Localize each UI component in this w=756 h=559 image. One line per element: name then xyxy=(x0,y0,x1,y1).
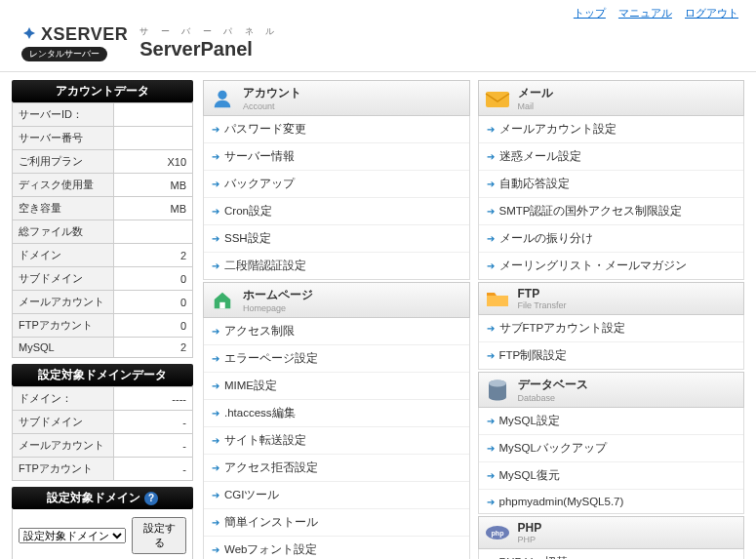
arrow-icon: ➔ xyxy=(212,353,219,364)
category-list-php: ➔PHP Ver.切替➔php.ini設定 xyxy=(478,549,745,559)
homepage-icon xyxy=(210,290,235,311)
menu-item-label: MySQLバックアップ xyxy=(499,441,607,456)
menu-item[interactable]: ➔Cron設定 xyxy=(204,198,469,225)
row-label: ご利用プラン xyxy=(13,150,114,174)
arrow-icon: ➔ xyxy=(487,151,495,162)
row-label: サーバーID： xyxy=(13,103,114,127)
domain-select[interactable]: 設定対象ドメイン未 xyxy=(19,528,126,543)
arrow-icon: ➔ xyxy=(487,260,495,271)
arrow-icon: ➔ xyxy=(212,124,219,135)
category-title-jp: データベース xyxy=(518,377,588,393)
main-column-left: アカウントAccount➔パスワード変更➔サーバー情報➔バックアップ➔Cron設… xyxy=(203,80,470,559)
sidebar: アカウントデータ サーバーID：サーバー番号ご利用プランX10ディスク使用量MB… xyxy=(12,80,193,559)
menu-item[interactable]: ➔MySQL復元 xyxy=(479,462,744,490)
menu-item[interactable]: ➔SSH設定 xyxy=(204,225,469,253)
menu-item[interactable]: ➔.htaccess編集 xyxy=(204,400,469,427)
category-list-ftp: ➔サブFTPアカウント設定➔FTP制限設定 xyxy=(478,315,745,370)
mail-icon xyxy=(485,88,510,109)
row-label: サブドメイン xyxy=(13,411,114,434)
menu-item[interactable]: ➔サイト転送設定 xyxy=(204,427,469,455)
account-row: 空き容量MB xyxy=(13,197,193,220)
menu-item-label: メールアカウント設定 xyxy=(499,122,617,137)
category-list-database: ➔MySQL設定➔MySQLバックアップ➔MySQL復元➔phpmyadmin(… xyxy=(478,408,745,514)
menu-item[interactable]: ➔エラーページ設定 xyxy=(204,345,469,373)
row-value: - xyxy=(113,434,192,458)
sidebar-header-target-domain: 設定対象ドメインデータ xyxy=(12,364,193,386)
link-top[interactable]: トップ xyxy=(574,7,606,19)
menu-item[interactable]: ➔MySQL設定 xyxy=(479,408,744,435)
category-title-en: File Transfer xyxy=(518,300,567,310)
target-domain-row: メールアカウント- xyxy=(13,434,193,458)
menu-item-label: バックアップ xyxy=(224,177,295,191)
arrow-icon: ➔ xyxy=(212,179,219,189)
menu-item[interactable]: ➔迷惑メール設定 xyxy=(479,143,744,171)
menu-item[interactable]: ➔メールの振り分け xyxy=(479,225,744,253)
menu-item-label: CGIツール xyxy=(224,488,279,502)
category-list-mail: ➔メールアカウント設定➔迷惑メール設定➔自動応答設定➔SMTP認証の国外アクセス… xyxy=(478,116,745,280)
menu-item[interactable]: ➔アクセス拒否設定 xyxy=(204,455,469,482)
menu-item-label: アクセス拒否設定 xyxy=(224,460,318,475)
arrow-icon: ➔ xyxy=(487,350,495,361)
menu-item[interactable]: ➔サーバー情報 xyxy=(204,143,469,171)
menu-item[interactable]: ➔サブFTPアカウント設定 xyxy=(479,315,744,342)
account-row: メールアカウント0 xyxy=(13,291,193,314)
domain-set-button[interactable]: 設定する xyxy=(132,517,186,554)
arrow-icon: ➔ xyxy=(487,323,495,334)
menu-item-label: 自動応答設定 xyxy=(499,177,570,191)
menu-item[interactable]: ➔バックアップ xyxy=(204,171,469,198)
menu-item-label: SSH設定 xyxy=(224,231,271,246)
account-row: サーバーID： xyxy=(13,103,193,127)
arrow-icon: ➔ xyxy=(212,408,219,419)
category-header-php: phpPHPPHP xyxy=(478,516,745,549)
row-label: MySQL xyxy=(13,338,114,358)
category-title-jp: メール xyxy=(518,85,553,101)
menu-item[interactable]: ➔アクセス制限 xyxy=(204,318,469,345)
account-row: ディスク使用量MB xyxy=(13,174,193,197)
row-value: ---- xyxy=(113,387,192,411)
arrow-icon: ➔ xyxy=(487,233,495,244)
help-icon[interactable]: ? xyxy=(144,492,158,505)
account-row: ご利用プランX10 xyxy=(13,150,193,174)
row-label: メールアカウント xyxy=(13,434,114,458)
menu-item[interactable]: ➔FTP制限設定 xyxy=(479,342,744,369)
category-title-jp: FTP xyxy=(518,287,567,300)
category-title-jp: アカウント xyxy=(243,85,301,101)
menu-item[interactable]: ➔パスワード変更 xyxy=(204,116,469,143)
database-icon xyxy=(485,379,510,401)
menu-item[interactable]: ➔メーリングリスト・メールマガジン xyxy=(479,253,744,279)
row-label: サーバー番号 xyxy=(13,127,114,150)
menu-item[interactable]: ➔MySQLバックアップ xyxy=(479,435,744,462)
target-domain-row: ドメイン：---- xyxy=(13,387,193,411)
arrow-icon: ➔ xyxy=(487,206,495,217)
main-column-right: メールMail➔メールアカウント設定➔迷惑メール設定➔自動応答設定➔SMTP認証… xyxy=(478,80,745,559)
arrow-icon: ➔ xyxy=(212,490,219,500)
category-title-en: Account xyxy=(243,101,301,111)
link-manual[interactable]: マニュアル xyxy=(618,7,672,19)
account-row: FTPアカウント0 xyxy=(13,314,193,338)
menu-item[interactable]: ➔PHP Ver.切替 xyxy=(479,549,744,559)
account-row: ドメイン2 xyxy=(13,244,193,267)
menu-item[interactable]: ➔メールアカウント設定 xyxy=(479,116,744,143)
menu-item[interactable]: ➔SMTP認証の国外アクセス制限設定 xyxy=(479,198,744,225)
menu-item-label: Webフォント設定 xyxy=(224,542,317,557)
menu-item-label: MySQL設定 xyxy=(499,414,560,428)
menu-item[interactable]: ➔Webフォント設定 xyxy=(204,537,469,559)
menu-item-label: 簡単インストール xyxy=(224,515,318,530)
menu-item[interactable]: ➔CGIツール xyxy=(204,482,469,509)
account-data-table: サーバーID：サーバー番号ご利用プランX10ディスク使用量MB空き容量MB総ファ… xyxy=(12,102,193,358)
menu-item[interactable]: ➔二段階認証設定 xyxy=(204,253,469,279)
link-logout[interactable]: ログアウト xyxy=(685,7,738,19)
menu-item-label: PHP Ver.切替 xyxy=(499,555,568,559)
menu-item[interactable]: ➔MIME設定 xyxy=(204,373,469,400)
arrow-icon: ➔ xyxy=(487,124,495,135)
arrow-icon: ➔ xyxy=(487,497,495,507)
menu-item-label: phpmyadmin(MySQL5.7) xyxy=(499,496,624,507)
menu-item-label: FTP制限設定 xyxy=(499,348,568,363)
menu-item[interactable]: ➔phpmyadmin(MySQL5.7) xyxy=(479,490,744,513)
menu-item-label: エラーページ設定 xyxy=(224,351,318,366)
row-label: 総ファイル数 xyxy=(13,220,114,244)
menu-item[interactable]: ➔簡単インストール xyxy=(204,509,469,537)
row-value: MB xyxy=(113,174,192,197)
row-label: ドメイン xyxy=(13,244,114,267)
menu-item[interactable]: ➔自動応答設定 xyxy=(479,171,744,198)
